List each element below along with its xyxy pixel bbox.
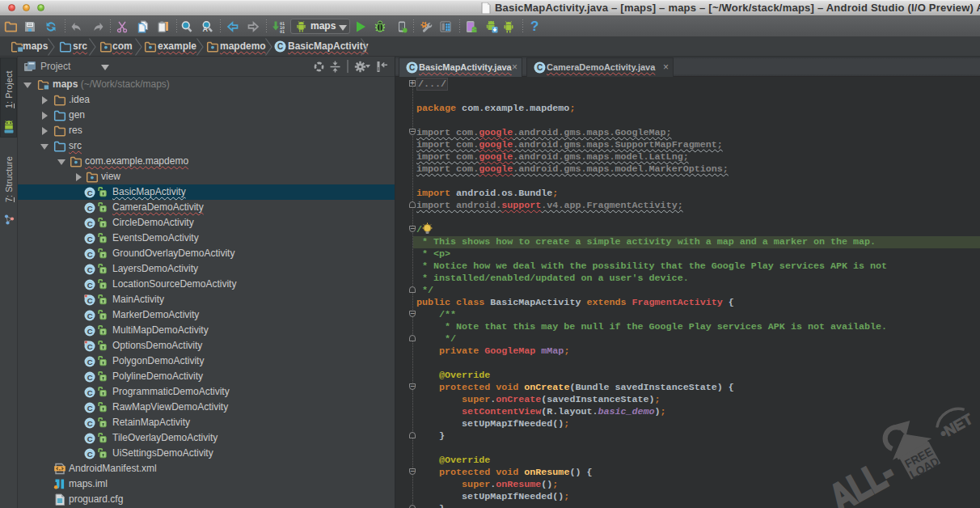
svg-text:C: C (87, 188, 93, 197)
svg-text:C: C (537, 63, 543, 72)
svg-text:C: C (87, 265, 93, 273)
svg-text:C: C (87, 295, 93, 304)
svg-text:C: C (87, 326, 93, 335)
svg-text:01: 01 (280, 29, 285, 34)
svg-text:C: C (277, 42, 283, 51)
svg-text:C: C (87, 203, 93, 212)
svg-text:C: C (87, 249, 93, 258)
svg-text:C: C (87, 234, 93, 243)
svg-text:C: C (87, 449, 93, 458)
svg-text:C: C (87, 280, 93, 289)
svg-text:C: C (87, 357, 93, 366)
svg-text:C: C (87, 218, 93, 227)
svg-text:C: C (87, 434, 93, 442)
svg-text:C: C (87, 387, 93, 396)
svg-text:C: C (87, 372, 93, 381)
svg-text:C: C (87, 403, 93, 412)
svg-text:A: A (203, 25, 209, 33)
svg-text:C: C (87, 311, 93, 320)
svg-text:C: C (87, 341, 93, 350)
svg-text:C: C (409, 63, 415, 72)
svg-text:C: C (87, 418, 93, 427)
